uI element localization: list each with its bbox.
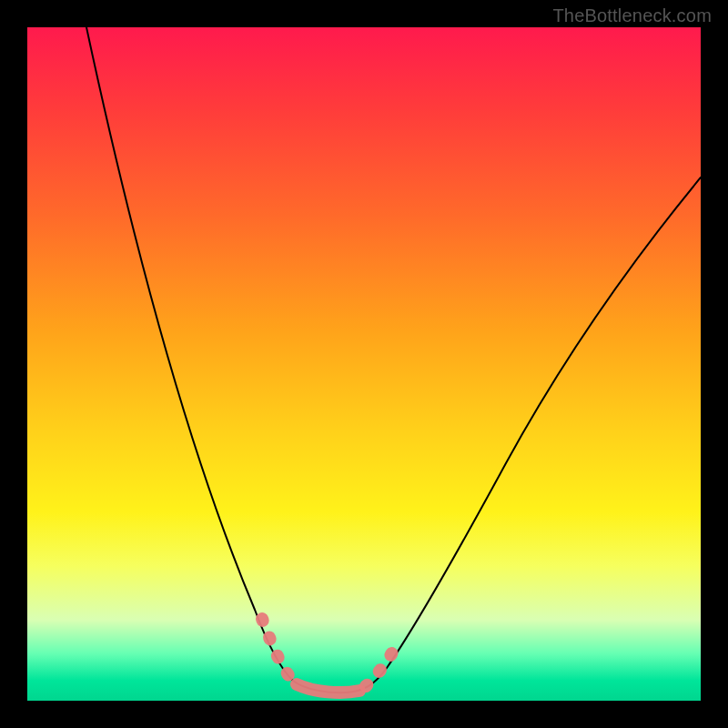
- overlay-left-dotted: [262, 619, 293, 681]
- chart-plot-area: [27, 27, 701, 701]
- overlay-right-dotted: [366, 639, 400, 686]
- main-curve-path: [86, 27, 701, 693]
- bottleneck-curve: [27, 27, 701, 701]
- overlay-valley-floor: [297, 684, 359, 693]
- watermark-text: TheBottleneck.com: [552, 5, 712, 26]
